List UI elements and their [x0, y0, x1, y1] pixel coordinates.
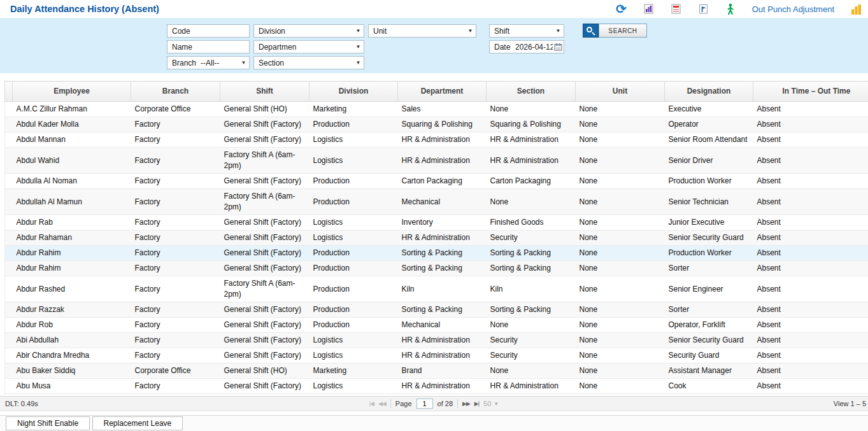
table-row[interactable]: Abdur RabFactoryGeneral Shift (Factory)L… [5, 215, 868, 230]
tab-replacement-leave[interactable]: Replacement Leave [92, 416, 183, 430]
calendar-icon[interactable] [553, 41, 564, 53]
cell: Factory [131, 318, 220, 333]
red-report-icon[interactable] [671, 3, 681, 15]
blue-flag-report-icon[interactable] [698, 3, 709, 15]
cell: Logistics [309, 379, 398, 394]
page-size-select[interactable]: 50 ▼ [483, 400, 499, 407]
chevron-down-icon[interactable]: ▼ [238, 57, 249, 69]
table-row[interactable]: Abdulla Al NomanFactoryGeneral Shift (Fa… [5, 174, 868, 189]
table-row[interactable]: Abu MusaFactoryGeneral Shift (Factory)Lo… [5, 379, 868, 394]
chevron-down-icon: ▼ [494, 401, 499, 407]
chevron-down-icon[interactable]: ▼ [353, 41, 364, 53]
table-row[interactable]: Abi AbdullahFactoryGeneral Shift (Factor… [5, 333, 868, 348]
yellow-bar-chart-icon[interactable] [851, 4, 862, 15]
column-header-unit[interactable]: Unit [576, 81, 665, 102]
cell: Abi Abdullah [13, 333, 131, 348]
purple-chart-report-icon[interactable] [643, 3, 654, 15]
column-header-designation[interactable]: Designation [665, 81, 753, 102]
code-input[interactable] [190, 25, 249, 37]
cell: Abdur Rab [13, 215, 131, 230]
cell: Security [487, 348, 576, 364]
unit-select[interactable]: Unit ▼ [368, 24, 476, 38]
table-row[interactable]: A.M.C Zillur RahmanCorporate OfficeGener… [5, 102, 868, 117]
page-title: Daily Attendance History (Absent) [10, 4, 159, 14]
table-row[interactable]: Abdur RashedFactoryFactory Shift A (6am-… [5, 276, 868, 302]
chevron-down-icon[interactable]: ▼ [553, 25, 564, 37]
column-header-division[interactable]: Division [309, 81, 398, 102]
page-input[interactable] [416, 399, 433, 409]
cell: General Shift (HO) [220, 364, 309, 379]
cell: Absent [753, 102, 868, 117]
branch-select[interactable]: Branch --All-- ▼ [167, 56, 250, 69]
date-field[interactable]: Date 2026-04-12 [489, 40, 564, 53]
row-indicator [5, 189, 13, 215]
cell: Sorter [665, 261, 753, 276]
column-header-department[interactable]: Department [398, 81, 487, 102]
cell: None [487, 189, 576, 215]
column-header-section[interactable]: Section [487, 81, 576, 102]
date-label: Date [490, 41, 513, 53]
column-header-branch[interactable]: Branch [131, 81, 220, 102]
cell: HR & Administration [398, 132, 487, 148]
pagination-controls: |◀ ◀◀ Page of 28 ▶▶ ▶| 50 ▼ [369, 399, 499, 409]
cell: Operator, Forklift [665, 318, 753, 333]
table-row[interactable]: Abdur RazzakFactoryGeneral Shift (Factor… [5, 302, 868, 318]
row-indicator [5, 102, 13, 117]
division-value [294, 25, 353, 37]
out-punch-adjustment-link[interactable]: Out Punch Adjustment [752, 4, 834, 14]
refresh-icon[interactable]: ⟳ [616, 3, 627, 15]
prev-page-icon[interactable]: ◀◀ [378, 400, 386, 407]
cell: None [576, 261, 665, 276]
table-row[interactable]: Abdul WahidFactoryFactory Shift A (6am-2… [5, 148, 868, 174]
table-row[interactable]: Abir Chandra MredhaFactoryGeneral Shift … [5, 348, 868, 364]
table-row[interactable]: Abdul MannanFactoryGeneral Shift (Factor… [5, 132, 868, 148]
cell: Factory [131, 261, 220, 276]
table-row[interactable]: Abu Baker SiddiqCorporate OfficeGeneral … [5, 364, 868, 379]
cell: General Shift (Factory) [220, 117, 309, 132]
cell: Sorting & Packing [398, 261, 487, 276]
cell: Production Worker [665, 246, 753, 261]
shift-select[interactable]: Shift ▼ [489, 24, 564, 38]
tab-night-shift-enable[interactable]: Night Shift Enable [6, 416, 90, 430]
table-row[interactable]: Abdur RahimFactoryGeneral Shift (Factory… [5, 246, 868, 261]
cell: Finished Goods [487, 215, 576, 230]
chevron-down-icon[interactable]: ▼ [353, 57, 364, 69]
cell: Abdur Rahim [13, 261, 131, 276]
column-header-employee[interactable]: Employee [13, 81, 131, 102]
chevron-down-icon[interactable]: ▼ [465, 25, 476, 37]
cell: None [576, 102, 665, 117]
cell: Executive [665, 102, 753, 117]
cell: Sorting & Packing [398, 246, 487, 261]
cell: Production Worker [665, 174, 753, 189]
row-indicator [5, 246, 13, 261]
chevron-down-icon[interactable]: ▼ [353, 25, 364, 37]
name-field[interactable]: Name [167, 40, 250, 53]
cell: HR & Administration [398, 379, 487, 394]
column-header-in-time-out-time[interactable]: In Time – Out Time [753, 81, 868, 102]
date-value: 2026-04-12 [513, 41, 553, 53]
table-row[interactable]: Abdur RobFactoryGeneral Shift (Factory)P… [5, 318, 868, 333]
first-page-icon[interactable]: |◀ [369, 400, 374, 407]
table-row[interactable]: Abdullah Al MamunFactoryFactory Shift A … [5, 189, 868, 215]
cell: None [576, 333, 665, 348]
cell: Carton Packaging [398, 174, 487, 189]
last-page-icon[interactable]: ▶| [474, 400, 479, 407]
table-row[interactable]: Abdur RahimFactoryGeneral Shift (Factory… [5, 261, 868, 276]
table-row[interactable]: Abdur RahamanFactoryGeneral Shift (Facto… [5, 230, 868, 246]
section-select[interactable]: Section ▼ [253, 56, 364, 69]
green-walking-person-icon[interactable] [725, 3, 736, 15]
column-header-shift[interactable]: Shift [220, 81, 309, 102]
cell: Abdul Wahid [13, 148, 131, 174]
name-input[interactable] [194, 41, 249, 53]
department-select[interactable]: Department ▼ [253, 40, 364, 53]
cell: Absent [753, 174, 868, 189]
cell: Production [309, 276, 398, 302]
search-icon-button[interactable] [583, 24, 599, 38]
code-field[interactable]: Code [167, 24, 250, 38]
search-button[interactable]: SEARCH [599, 24, 647, 38]
next-page-icon[interactable]: ▶▶ [462, 400, 470, 407]
page-label: Page [395, 400, 412, 407]
division-select[interactable]: Division ▼ [253, 24, 364, 38]
cell: Absent [753, 364, 868, 379]
table-row[interactable]: Abdul Kader MollaFactoryGeneral Shift (F… [5, 117, 868, 132]
